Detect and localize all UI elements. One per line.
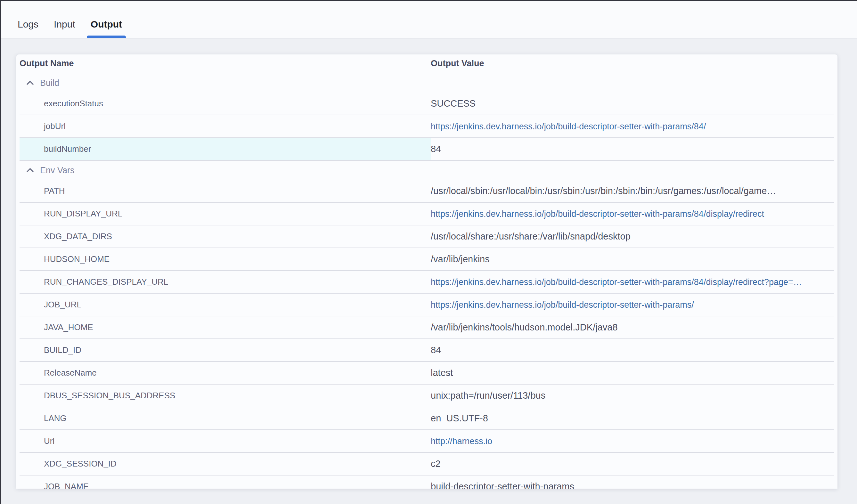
chevron-up-icon [25,167,35,174]
row-value: latest [431,368,453,378]
row-name: BUILD_ID [19,339,431,361]
table-header-row: Output Name Output Value [19,54,834,73]
column-header-output-value: Output Value [431,58,834,68]
tab-input[interactable]: Input [50,11,79,38]
column-header-output-name: Output Name [19,58,431,68]
row-value-link[interactable]: https://jenkins.dev.harness.io/job/build… [431,277,802,287]
section-toggle-build[interactable]: Build [19,78,431,88]
tab-input-label: Input [54,19,75,30]
tab-bar: Logs Input Output [1,1,857,38]
table-row: ReleaseNamelatest [19,362,834,385]
table-body: BuildexecutionStatusSUCCESSjobUrlhttps:/… [16,73,838,489]
table-row: RUN_DISPLAY_URLhttps://jenkins.dev.harne… [19,203,834,225]
row-value: 84 [431,345,441,355]
row-name: Url [19,430,431,452]
content-area: Output Name Output Value BuildexecutionS… [1,38,857,489]
tab-logs-label: Logs [18,19,38,30]
section-label: Build [40,78,59,88]
row-name: RUN_DISPLAY_URL [19,203,431,225]
row-value: /var/lib/jenkins [431,254,490,264]
table-row: executionStatusSUCCESS [19,93,834,115]
table-row: HUDSON_HOME/var/lib/jenkins [19,248,834,271]
row-name: PATH [19,180,431,202]
row-value: /usr/local/share:/usr/share:/var/lib/sna… [431,231,631,241]
row-name: JOB_URL [19,293,431,316]
row-value: c2 [431,458,441,469]
tab-logs[interactable]: Logs [14,11,42,38]
table-row: LANGen_US.UTF-8 [19,407,834,430]
row-name: jobUrl [19,115,431,137]
row-name: DBUS_SESSION_BUS_ADDRESS [19,385,431,407]
section-toggle-env-vars[interactable]: Env Vars [19,166,431,175]
table-row: JAVA_HOME/var/lib/jenkins/tools/hudson.m… [19,316,834,339]
row-value-link[interactable]: http://harness.io [431,436,492,446]
output-table-card: Output Name Output Value BuildexecutionS… [16,54,838,489]
row-value: SUCCESS [431,98,475,108]
row-name: JAVA_HOME [19,316,431,338]
section-row-env-vars: Env Vars [19,161,834,180]
row-name: executionStatus [19,93,431,115]
row-name: ReleaseName [19,362,431,384]
row-name: XDG_DATA_DIRS [19,225,431,248]
row-value-link[interactable]: https://jenkins.dev.harness.io/job/build… [431,122,706,131]
chevron-up-icon [25,79,35,87]
row-name: LANG [19,407,431,430]
tab-output[interactable]: Output [87,11,126,38]
row-value: /usr/local/sbin:/usr/local/bin:/usr/sbin… [431,186,776,196]
tab-output-label: Output [91,19,122,30]
row-name: JOB_NAME [19,475,431,489]
row-name: buildNumber [19,138,431,160]
page-root: { "colors": { "accent": "#3b76da", "link… [0,0,857,504]
row-name: RUN_CHANGES_DISPLAY_URL [19,271,431,293]
table-row: XDG_DATA_DIRS/usr/local/share:/usr/share… [19,225,834,248]
row-value: build-descriptor-setter-with-params [431,481,574,489]
row-value: unix:path=/run/user/113/bus [431,390,545,401]
table-row: XDG_SESSION_IDc2 [19,453,834,475]
table-row: Urlhttp://harness.io [19,430,834,453]
section-row-build: Build [19,73,834,93]
section-label: Env Vars [40,166,74,175]
row-value-link[interactable]: https://jenkins.dev.harness.io/job/build… [431,300,694,309]
table-row: RUN_CHANGES_DISPLAY_URLhttps://jenkins.d… [19,271,834,293]
row-value: /var/lib/jenkins/tools/hudson.model.JDK/… [431,322,618,332]
table-row: JOB_URLhttps://jenkins.dev.harness.io/jo… [19,293,834,316]
table-row: buildNumber84 [19,138,834,161]
row-name: XDG_SESSION_ID [19,453,431,475]
table-row: PATH/usr/local/sbin:/usr/local/bin:/usr/… [19,180,834,203]
table-row: JOB_NAMEbuild-descriptor-setter-with-par… [19,475,834,489]
row-value: en_US.UTF-8 [431,413,488,423]
table-row: jobUrlhttps://jenkins.dev.harness.io/job… [19,115,834,138]
table-row: DBUS_SESSION_BUS_ADDRESSunix:path=/run/u… [19,385,834,407]
row-value-link[interactable]: https://jenkins.dev.harness.io/job/build… [431,209,764,219]
row-name: HUDSON_HOME [19,248,431,270]
row-value: 84 [431,144,441,154]
table-row: BUILD_ID84 [19,339,834,362]
